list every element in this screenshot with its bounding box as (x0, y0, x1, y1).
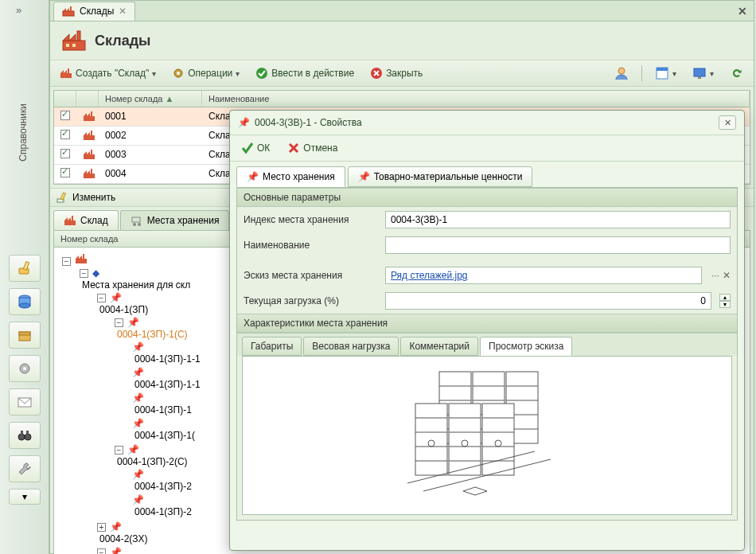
svg-rect-6 (19, 332, 30, 335)
factory-icon (83, 149, 95, 160)
mini-btn-wrench[interactable] (9, 455, 41, 482)
window-close-icon[interactable]: ✕ (738, 5, 747, 18)
sidebar-label[interactable]: Справочники (18, 103, 29, 162)
sketch-link[interactable]: Ряд стелажей.jpg (385, 267, 702, 284)
svg-rect-24 (60, 73, 72, 78)
svg-marker-101 (463, 487, 487, 495)
cart-icon (131, 215, 143, 226)
tab-label: Склады (80, 6, 114, 17)
expander-icon[interactable]: − (97, 294, 106, 302)
expander-icon[interactable]: − (97, 548, 106, 554)
dialog-close-button[interactable]: ✕ (719, 115, 736, 130)
screen-icon (692, 66, 707, 80)
subtab-storage[interactable]: Места хранения (120, 210, 230, 230)
svg-rect-55 (64, 220, 76, 225)
tab-warehouses[interactable]: Склады ✕ (53, 2, 135, 21)
svg-rect-27 (68, 68, 69, 73)
x-icon (287, 142, 300, 154)
expander-icon[interactable]: − (80, 269, 88, 278)
svg-rect-34 (657, 68, 668, 71)
ok-button[interactable]: ОК (238, 139, 273, 157)
svg-rect-59 (132, 217, 140, 222)
svg-rect-44 (91, 131, 92, 135)
svg-rect-37 (84, 116, 95, 121)
spin-up-icon: ▲ (719, 294, 731, 301)
mini-btn-db[interactable] (9, 288, 41, 315)
expander-icon[interactable]: + (97, 523, 106, 532)
pin-icon: 📌 (132, 469, 144, 480)
spinner[interactable]: ▲▼ (719, 294, 731, 308)
refresh-icon (730, 66, 744, 80)
expander-icon[interactable]: − (62, 257, 71, 266)
mini-btn-binoculars[interactable] (9, 422, 41, 449)
pin-icon: 📌 (238, 117, 250, 128)
svg-rect-40 (91, 111, 92, 116)
mini-btn-box[interactable] (9, 322, 41, 349)
operations-button[interactable]: Операции ▾ (169, 64, 243, 82)
edit-button[interactable]: Изменить (72, 192, 115, 203)
factory-icon (83, 111, 95, 122)
checkbox-icon[interactable] (60, 149, 70, 158)
refresh-button[interactable] (727, 64, 747, 83)
clear-button[interactable]: ✕ (723, 270, 731, 281)
window-icon-button[interactable]: ▾ (652, 64, 680, 83)
tab-close-icon[interactable]: ✕ (119, 6, 127, 17)
factory-icon (60, 68, 72, 79)
svg-rect-65 (83, 254, 84, 259)
subtab-warehouse[interactable]: Склад (53, 210, 119, 230)
user-icon-button[interactable] (611, 64, 632, 83)
mini-btn-edit[interactable] (9, 255, 41, 282)
factory-icon (75, 253, 88, 264)
pin-icon: 📌 (132, 418, 144, 429)
svg-marker-64 (79, 256, 82, 259)
mini-btn-more[interactable]: ▾ (9, 489, 41, 505)
svg-marker-56 (64, 217, 68, 220)
dialog-tab-goods[interactable]: 📌 Товарно-материальные ценности (348, 166, 533, 187)
mini-btn-mail[interactable] (9, 388, 41, 416)
browse-button[interactable]: ··· (711, 270, 719, 281)
cancel-button[interactable]: Отмена (284, 139, 341, 157)
screen-icon-button[interactable]: ▾ (689, 64, 717, 83)
svg-rect-81 (415, 404, 447, 475)
chartab-weight[interactable]: Весовая нагрузка (303, 337, 399, 356)
svg-rect-62 (76, 259, 87, 263)
col-number[interactable]: Номер склада ▲ (99, 91, 202, 107)
sidebar-collapse-button[interactable]: » (16, 4, 21, 16)
pin-icon: 📌 (132, 367, 144, 378)
input-index[interactable] (385, 211, 731, 228)
activate-button[interactable]: Ввести в действие (252, 64, 357, 82)
label-sketch: Эскиз места хранения (244, 270, 379, 281)
svg-rect-21 (77, 31, 80, 41)
mini-btn-gear[interactable] (9, 355, 41, 382)
close-button[interactable]: Закрыть (367, 64, 426, 82)
svg-marker-19 (63, 34, 69, 41)
svg-rect-14 (63, 11, 74, 16)
dialog-titlebar[interactable]: 📌 0004-3(ЗВ)-1 - Свойства ✕ (230, 111, 744, 135)
svg-marker-39 (87, 113, 90, 116)
factory-icon (83, 130, 95, 141)
svg-point-8 (23, 367, 26, 370)
input-load[interactable] (385, 292, 711, 310)
factory-large-icon (61, 29, 87, 52)
expander-icon[interactable]: − (115, 318, 123, 327)
chartab-dims[interactable]: Габариты (242, 337, 302, 356)
chartab-preview[interactable]: Просмотр эскиза (480, 337, 572, 356)
col-name[interactable]: Наименование (202, 91, 750, 107)
pin-icon: 📌 (127, 444, 139, 455)
svg-marker-20 (69, 34, 76, 41)
expander-icon[interactable]: − (115, 446, 123, 455)
create-button[interactable]: Создать "Склад" ▾ (57, 65, 159, 81)
input-name[interactable] (385, 236, 731, 254)
pin-icon: 📌 (247, 171, 259, 182)
checkbox-icon[interactable] (60, 111, 70, 120)
dialog-tab-storage[interactable]: 📌 Место хранения (236, 166, 345, 187)
section-main-params: Основные параметры (237, 188, 737, 207)
checkbox-icon[interactable] (60, 168, 70, 178)
document-tab-bar: Склады ✕ ✕ (50, 1, 754, 21)
shelving-sketch-icon (399, 364, 575, 507)
svg-rect-49 (84, 174, 95, 178)
label-index: Индекс места хранения (244, 214, 379, 225)
svg-rect-23 (72, 44, 76, 47)
chartab-comment[interactable]: Комментарий (400, 337, 478, 356)
checkbox-icon[interactable] (60, 130, 70, 139)
